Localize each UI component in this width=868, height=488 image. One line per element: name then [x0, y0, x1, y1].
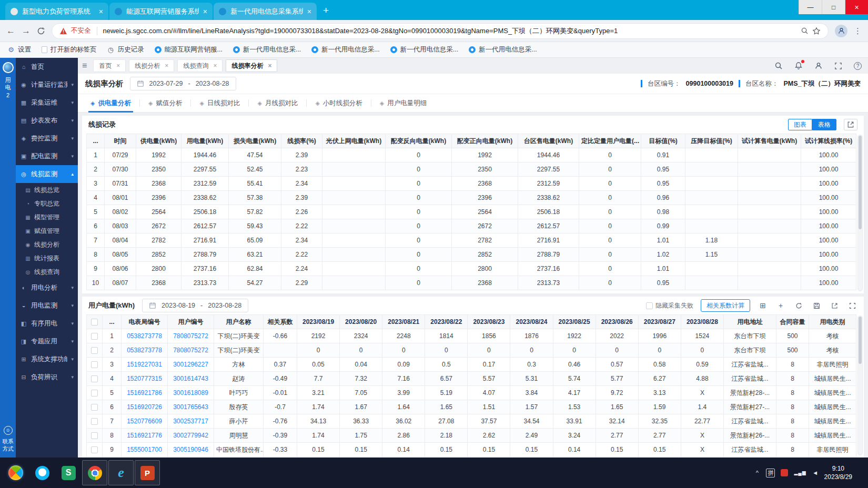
workspace-tab[interactable]: 线损率分析×: [226, 59, 277, 72]
table-row[interactable]: 415207773153001614743赵涛-0.497.77.327.166…: [87, 372, 856, 386]
checkbox-icon[interactable]: [91, 361, 98, 368]
volume-icon[interactable]: ◄: [812, 470, 819, 476]
analysis-tab[interactable]: ◈月线损对比: [249, 94, 306, 112]
table-row[interactable]: 915550017003005190946中国铁塔股份有...-0.330.15…: [87, 443, 856, 457]
checkbox-icon[interactable]: [91, 347, 98, 354]
table-row[interactable]: 508/0225642506.1857.822.26025642506.1800…: [87, 205, 856, 219]
analysis-tab[interactable]: ◈供电量分析: [82, 94, 139, 112]
bookmark-item[interactable]: 打开新的标签页: [42, 45, 97, 54]
sidebar-collapse-button[interactable]: ≡: [82, 61, 87, 70]
select-all-checkbox[interactable]: [87, 315, 103, 329]
workspace-tab[interactable]: 线损分析×: [129, 59, 174, 72]
analysis-tab[interactable]: ◈日线损对比: [191, 94, 248, 112]
date-start[interactable]: 2023-07-29: [149, 80, 183, 87]
row-checkbox-cell[interactable]: [87, 343, 103, 358]
table-row[interactable]: 207/3023502297.5552.452.23023502297.5500…: [87, 162, 856, 177]
row-checkbox-cell[interactable]: [87, 386, 103, 400]
sidebar-subitem[interactable]: ▦模型管理: [16, 210, 78, 224]
row-checkbox-cell[interactable]: [87, 400, 103, 414]
row-checkbox-cell[interactable]: [87, 443, 103, 457]
tab-close-icon[interactable]: ×: [165, 62, 168, 69]
checkbox-icon[interactable]: [91, 432, 98, 439]
forward-button[interactable]: →: [22, 26, 31, 35]
scrollbar[interactable]: [857, 316, 863, 455]
bookmark-item[interactable]: ⚙设置: [7, 45, 31, 54]
sidebar-item[interactable]: ⊞系统支撑功能▾: [16, 350, 78, 368]
maximize-button[interactable]: □: [822, 0, 845, 14]
stock-app-icon-slot[interactable]: S: [56, 460, 81, 485]
bookmark-item[interactable]: 新一代用电信息采...: [469, 45, 537, 54]
row-checkbox-cell[interactable]: [87, 457, 103, 458]
fullscreen-icon[interactable]: [834, 62, 842, 70]
analysis-tab[interactable]: ◈小时线损分析: [307, 94, 370, 112]
browser-tab[interactable]: 新一代用电信息采集系统×: [214, 3, 317, 20]
table-row[interactable]: 408/0123962338.6257.382.39023962338.6200…: [87, 191, 856, 205]
table-row[interactable]: 307/3123682312.5955.412.34023682312.5900…: [87, 177, 856, 191]
zoom-icon[interactable]: [801, 27, 809, 35]
sidebar-item[interactable]: ⊟负荷辨识▾: [16, 368, 78, 386]
tab-close-icon[interactable]: ×: [203, 7, 207, 16]
bookmark-item[interactable]: 新一代用电信息采...: [233, 45, 301, 54]
table-row[interactable]: 107/2919921944.4647.542.39019921944.4600…: [87, 148, 856, 162]
analysis-tab[interactable]: ◈赋值分析: [140, 94, 190, 112]
export-icon[interactable]: [844, 119, 857, 130]
search-icon[interactable]: [774, 62, 783, 70]
back-button[interactable]: ←: [6, 26, 15, 35]
tab-close-icon[interactable]: ×: [307, 7, 311, 16]
sidebar-subitem[interactable]: ◔专职总览: [16, 197, 78, 210]
fullscreen-icon[interactable]: [847, 300, 857, 311]
user-energy-date-range[interactable]: 2023-08-19 - 2023-08-28: [142, 299, 248, 312]
analysis-tab[interactable]: ◈用户电量明细: [371, 94, 435, 112]
sidebar-item[interactable]: ▤抄表发布▾: [16, 111, 78, 129]
checkbox-icon[interactable]: [91, 390, 98, 396]
start-button-slot[interactable]: [3, 460, 28, 485]
scrollbar[interactable]: [857, 135, 863, 291]
checkbox-icon[interactable]: [91, 375, 98, 382]
hide-failed-toggle[interactable]: 隐藏采集失败: [646, 301, 693, 310]
table-view-button[interactable]: 表格: [812, 119, 836, 130]
scrollbar-thumb[interactable]: [859, 317, 862, 364]
sidebar-item[interactable]: ⌂首页: [16, 58, 78, 76]
workspace-tab[interactable]: 首页×: [93, 59, 126, 72]
grid-expand-icon[interactable]: ⊞: [758, 300, 768, 311]
table-row[interactable]: 1008/0723682313.7354.272.29023682313.730…: [87, 276, 856, 290]
user-icon[interactable]: [814, 62, 823, 70]
table-row[interactable]: 808/0528522788.7963.212.22028522788.7901…: [87, 248, 856, 262]
tab-close-icon[interactable]: ×: [268, 62, 271, 69]
chart-view-button[interactable]: 图表: [788, 119, 812, 130]
table-row[interactable]: 105382737787808075272下坝(二)环美变-0.66219223…: [87, 329, 856, 343]
sidebar-item[interactable]: ◎线损监测▴: [16, 165, 78, 183]
taskbar-clock[interactable]: 9:10 2023/8/29: [824, 464, 852, 481]
table-row[interactable]: 908/0628002737.1662.842.24028002737.1601…: [87, 262, 856, 276]
checkbox-icon[interactable]: [91, 404, 98, 411]
table-row[interactable]: 205382737787808075272下坝(二)环美变0000000000东…: [87, 343, 856, 358]
date-end[interactable]: 2023-08-28: [196, 80, 229, 87]
row-checkbox-cell[interactable]: [87, 372, 103, 386]
tab-close-icon[interactable]: ×: [213, 62, 217, 69]
table-row[interactable]: 815169217763002779942周明慧-0.391.741.752.8…: [87, 429, 856, 443]
sidebar-item[interactable]: ◧有序用电▾: [16, 314, 78, 332]
date-end[interactable]: 2023-08-28: [208, 302, 241, 309]
table-row[interactable]: 615169207263001765643殷存英-0.71.741.671.64…: [87, 400, 856, 414]
date-start[interactable]: 2023-08-19: [162, 302, 195, 309]
sidebar-subitem[interactable]: ▤线损总览: [16, 183, 78, 197]
refresh-icon[interactable]: [793, 300, 804, 311]
contact-widget[interactable]: ☺ 联系方式: [2, 426, 14, 452]
sidebar-subitem[interactable]: ▣赋值管理: [16, 224, 78, 238]
tab-close-icon[interactable]: ×: [116, 62, 120, 69]
browser-tab[interactable]: 能源互联网营销服务系统×: [109, 3, 213, 20]
checkbox-icon[interactable]: [91, 333, 98, 340]
profile-avatar[interactable]: [835, 25, 847, 37]
checkbox-icon[interactable]: [91, 319, 98, 326]
save-icon[interactable]: [811, 300, 822, 311]
notification-bell-icon[interactable]: [794, 62, 803, 70]
row-checkbox-cell[interactable]: [87, 358, 103, 372]
chrome-app-icon-slot[interactable]: [82, 460, 107, 485]
checkbox-icon[interactable]: [91, 418, 98, 425]
sidebar-item[interactable]: ▣配电监测▾: [16, 147, 78, 165]
sidebar-item[interactable]: ◒用电监测▾: [16, 297, 78, 314]
checkbox-icon[interactable]: [646, 302, 653, 309]
minimize-button[interactable]: —: [799, 0, 822, 14]
ie-app-icon-slot[interactable]: e: [108, 460, 134, 485]
row-checkbox-cell[interactable]: [87, 429, 103, 443]
